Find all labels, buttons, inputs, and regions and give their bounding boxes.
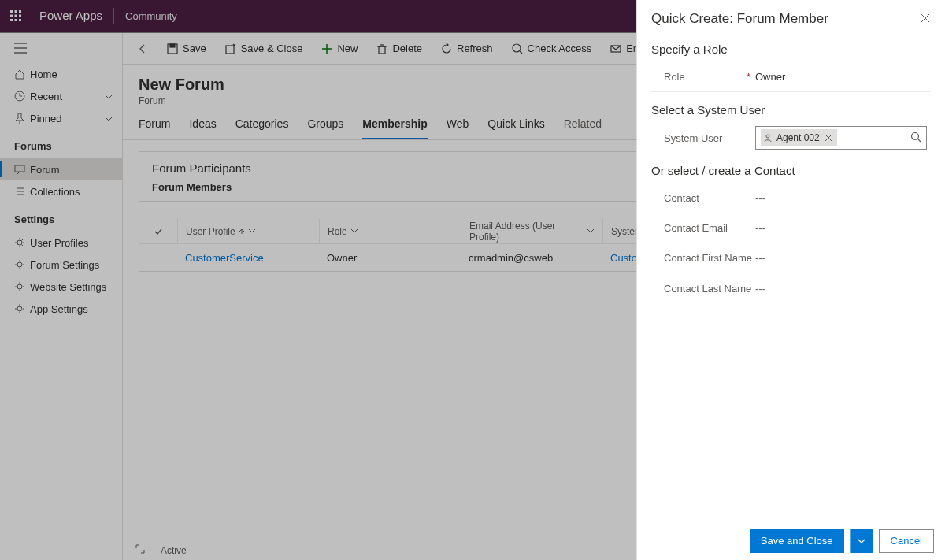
cancel-button[interactable]: Cancel [879,529,934,553]
contact-first-value: --- [755,252,931,264]
svg-point-37 [766,135,769,138]
system-user-lookup[interactable]: Agent 002 [755,126,927,150]
lookup-chip[interactable]: Agent 002 [761,129,837,146]
save-and-close-button[interactable]: Save and Close [750,529,844,553]
contact-last-value: --- [755,283,931,295]
field-contact-first-name[interactable]: Contact First Name --- [651,243,931,273]
field-contact[interactable]: Contact --- [651,184,931,213]
panel-title: Quick Create: Forum Member [651,11,828,27]
role-value: Owner [755,71,931,83]
section-specify-role: Specify a Role [651,43,931,56]
close-icon[interactable] [920,13,931,26]
save-and-close-split-button[interactable] [850,529,873,553]
remove-chip-icon[interactable] [825,134,832,142]
lookup-chip-label: Agent 002 [776,132,820,143]
section-or-contact: Or select / create a Contact [651,164,931,177]
panel-footer: Save and Close Cancel [637,521,945,560]
search-icon[interactable] [910,132,921,145]
field-system-user: System User Agent 002 [651,123,931,153]
svg-line-41 [918,139,921,142]
field-contact-last-name[interactable]: Contact Last Name --- [651,273,931,303]
contact-value: --- [755,192,931,204]
field-role[interactable]: Role* Owner [651,62,931,92]
field-contact-email[interactable]: Contact Email --- [651,213,931,243]
contact-email-value: --- [755,222,931,234]
svg-point-40 [912,132,919,139]
section-select-user: Select a System User [651,103,931,117]
person-icon [764,134,772,142]
quick-create-panel: Quick Create: Forum Member Specify a Rol… [636,0,945,560]
